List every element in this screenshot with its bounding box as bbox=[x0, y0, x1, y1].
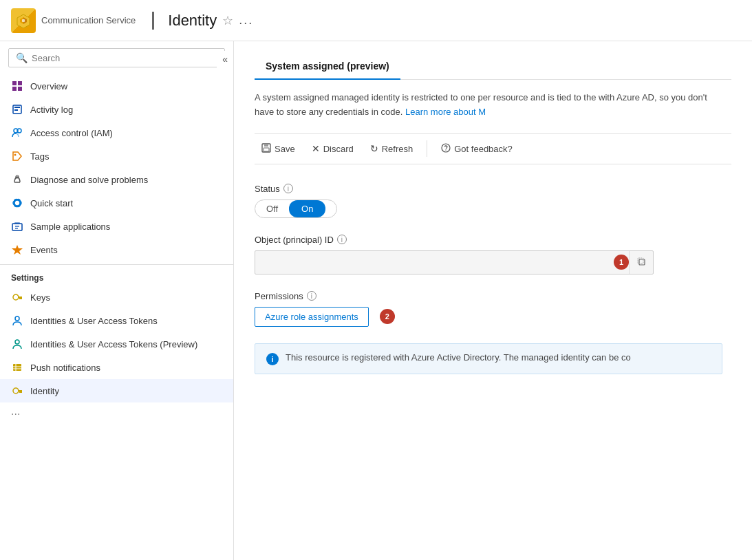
svg-rect-26 bbox=[21, 298, 22, 299]
svg-rect-40 bbox=[264, 148, 269, 151]
sidebar-item-events[interactable]: Events bbox=[0, 238, 233, 261]
search-bar[interactable]: 🔍 bbox=[8, 48, 225, 67]
svg-rect-44 bbox=[638, 258, 643, 263]
svg-point-13 bbox=[14, 154, 17, 156]
save-label: Save bbox=[275, 144, 295, 154]
quick-start-icon bbox=[11, 197, 23, 209]
search-icon: 🔍 bbox=[16, 52, 28, 63]
svg-rect-27 bbox=[19, 298, 21, 299]
toolbar: Save ✕ Discard ↻ Refresh Got feedback? bbox=[255, 133, 731, 164]
step-1-badge: 1 bbox=[614, 255, 629, 270]
copy-object-id-button[interactable] bbox=[629, 251, 653, 274]
status-info-icon[interactable]: i bbox=[283, 184, 293, 193]
sidebar-item-overview[interactable]: Overview bbox=[0, 74, 233, 98]
sidebar-item-label: Access control (IAM) bbox=[30, 128, 113, 138]
sidebar-item-sample-apps[interactable]: Sample applications bbox=[0, 215, 233, 238]
svg-point-24 bbox=[13, 294, 19, 300]
discard-button[interactable]: ✕ Discard bbox=[305, 140, 361, 158]
refresh-button[interactable]: ↻ Refresh bbox=[363, 140, 420, 158]
sidebar-item-label: Diagnose and solve problems bbox=[30, 175, 148, 185]
info-banner: i This resource is registered with Azure… bbox=[255, 343, 722, 374]
sidebar-item-label: Identity bbox=[30, 386, 59, 396]
sidebar-item-tags[interactable]: Tags bbox=[0, 144, 233, 168]
svg-rect-19 bbox=[12, 224, 22, 230]
sidebar-item-keys[interactable]: Keys bbox=[0, 286, 233, 309]
save-icon bbox=[261, 143, 271, 155]
status-toggle[interactable]: Off On bbox=[255, 200, 337, 218]
toggle-off-option[interactable]: Off bbox=[255, 200, 289, 217]
identities-tokens-preview-icon bbox=[11, 338, 23, 350]
overview-icon bbox=[11, 80, 23, 92]
description-text: A system assigned managed identity is re… bbox=[255, 91, 722, 120]
sidebar-item-label: Identities & User Access Tokens bbox=[30, 316, 158, 326]
svg-rect-4 bbox=[12, 81, 17, 85]
page-title: Identity bbox=[168, 12, 217, 30]
learn-more-link[interactable]: Learn more about M bbox=[405, 107, 486, 117]
sidebar-item-label: Sample applications bbox=[30, 222, 110, 232]
sidebar-item-access-control[interactable]: Access control (IAM) bbox=[0, 121, 233, 144]
discard-icon: ✕ bbox=[312, 143, 320, 154]
tab-bar: System assigned (preview) bbox=[255, 55, 731, 80]
service-title: Communication Service bbox=[41, 15, 136, 25]
save-button[interactable]: Save bbox=[255, 140, 302, 158]
object-id-label: Object (principal) ID i bbox=[255, 235, 731, 245]
toggle-on-option[interactable]: On bbox=[289, 200, 325, 217]
settings-section-label: Settings bbox=[0, 264, 233, 286]
sidebar-item-activity-log[interactable]: Activity log bbox=[0, 98, 233, 121]
sidebar-item-identity[interactable]: Identity bbox=[0, 379, 233, 402]
sidebar-item-push-notifications[interactable]: Push notifications bbox=[0, 356, 233, 379]
push-notifications-icon bbox=[11, 361, 23, 374]
sidebar-item-label: Keys bbox=[30, 292, 50, 303]
service-icon bbox=[11, 8, 36, 33]
top-bar: Communication Service Identity ☆ ... bbox=[0, 0, 752, 41]
sidebar-item-identities-tokens-preview[interactable]: Identities & User Access Tokens (Preview… bbox=[0, 332, 233, 356]
content-area: System assigned (preview) A system assig… bbox=[234, 41, 752, 560]
status-section: Status i Off On bbox=[255, 184, 731, 218]
sidebar: 🔍 « Overview Activity log Acces bbox=[0, 41, 234, 560]
diagnose-icon bbox=[11, 173, 23, 186]
sidebar-item-quick-start[interactable]: Quick start bbox=[0, 191, 233, 215]
svg-rect-30 bbox=[13, 364, 21, 371]
info-banner-icon: i bbox=[266, 353, 279, 365]
identities-tokens-icon bbox=[11, 314, 23, 327]
sidebar-item-label: Tags bbox=[30, 151, 49, 162]
toolbar-divider bbox=[427, 140, 427, 157]
permissions-info-icon[interactable]: i bbox=[307, 291, 316, 301]
sidebar-item-diagnose[interactable]: Diagnose and solve problems bbox=[0, 168, 233, 191]
permissions-label: Permissions i bbox=[255, 291, 731, 301]
events-icon bbox=[11, 244, 23, 256]
feedback-icon bbox=[441, 143, 451, 155]
svg-marker-23 bbox=[12, 245, 23, 255]
more-options-icon[interactable]: ... bbox=[239, 13, 253, 28]
service-logo: Communication Service bbox=[11, 8, 136, 33]
sidebar-item-label: Overview bbox=[30, 81, 67, 91]
collapse-sidebar-button[interactable]: « bbox=[217, 51, 233, 67]
svg-rect-35 bbox=[18, 390, 22, 391]
svg-rect-3 bbox=[22, 19, 25, 22]
object-id-section: Object (principal) ID i 1 bbox=[255, 235, 731, 274]
refresh-icon: ↻ bbox=[370, 143, 378, 154]
sidebar-nav: Overview Activity log Access control (IA… bbox=[0, 74, 233, 560]
svg-rect-36 bbox=[21, 391, 22, 393]
svg-rect-37 bbox=[19, 391, 21, 393]
svg-rect-9 bbox=[14, 107, 20, 108]
azure-role-assignments-button[interactable]: Azure role assignments bbox=[255, 307, 369, 327]
svg-rect-25 bbox=[18, 297, 22, 298]
object-id-info-icon[interactable]: i bbox=[337, 235, 347, 244]
svg-point-18 bbox=[13, 198, 22, 208]
tab-system-assigned[interactable]: System assigned (preview) bbox=[255, 55, 400, 80]
status-label: Status i bbox=[255, 184, 731, 194]
svg-rect-43 bbox=[639, 259, 645, 265]
object-id-input[interactable] bbox=[255, 252, 608, 273]
feedback-button[interactable]: Got feedback? bbox=[434, 140, 519, 158]
search-input[interactable] bbox=[32, 53, 217, 63]
page-title-area: Identity ☆ ... bbox=[152, 12, 253, 30]
more-items[interactable]: ··· bbox=[0, 402, 233, 426]
permissions-section: Permissions i Azure role assignments 2 bbox=[255, 291, 731, 327]
svg-point-29 bbox=[15, 340, 19, 344]
svg-rect-39 bbox=[264, 144, 268, 147]
svg-rect-10 bbox=[14, 109, 18, 111]
favorite-star-icon[interactable]: ☆ bbox=[222, 13, 233, 28]
object-id-field: 1 bbox=[255, 250, 654, 274]
sidebar-item-identities-tokens[interactable]: Identities & User Access Tokens bbox=[0, 309, 233, 332]
